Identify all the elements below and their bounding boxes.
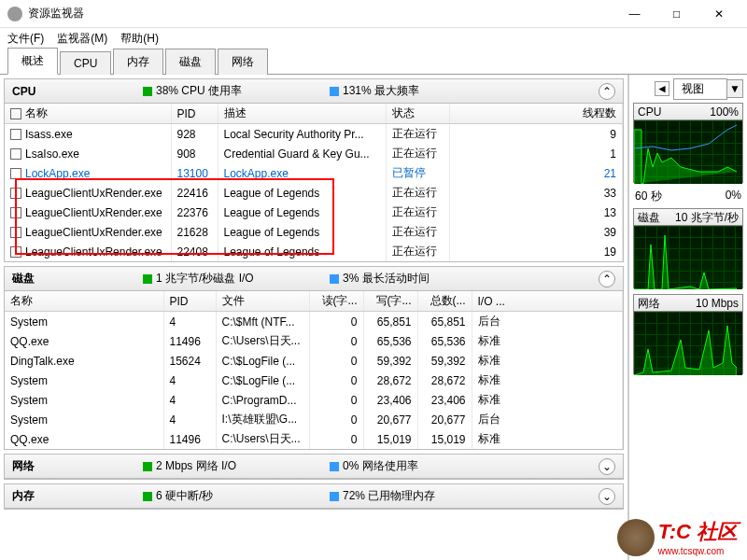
disk-graph: 磁盘10 兆字节/秒: [633, 208, 743, 288]
checkbox[interactable]: [10, 188, 21, 199]
cpu-section: CPU 38% CPU 使用率 131% 最大频率 ⌃ 名称 PID 描述 状态…: [4, 78, 624, 262]
close-button[interactable]: ✕: [698, 0, 740, 28]
minimize-button[interactable]: —: [613, 0, 655, 28]
disk-section: 磁盘 1 兆字节/秒磁盘 I/O 3% 最长活动时间 ⌃ 名称 PID 文件 读…: [4, 266, 624, 450]
right-panel: ◄ 视图 ▼ CPU100% 60 秒0% 磁盘10 兆字节/秒 网络10 Mb…: [629, 75, 747, 560]
left-panel: CPU 38% CPU 使用率 131% 最大频率 ⌃ 名称 PID 描述 状态…: [0, 75, 629, 560]
table-row[interactable]: LeagueClientUxRender.exe21628League of L…: [5, 222, 623, 242]
expand-icon[interactable]: ⌄: [599, 488, 615, 505]
disk-table: 名称 PID 文件 读(字... 写(字... 总数(... I/O ... S…: [5, 291, 623, 449]
table-row[interactable]: LeagueClientUxRender.exe22376League of L…: [5, 203, 623, 222]
checkbox[interactable]: [10, 246, 21, 258]
network-section: 网络 2 Mbps 网络 I/O 0% 网络使用率 ⌄: [4, 454, 624, 480]
menu-help[interactable]: 帮助(H): [120, 31, 159, 47]
window-title: 资源监视器: [28, 6, 613, 21]
table-row[interactable]: Isass.exe928Local Security Authority Pr.…: [5, 124, 623, 145]
menu-monitor[interactable]: 监视器(M): [57, 31, 107, 47]
tab-CPU[interactable]: CPU: [60, 51, 111, 75]
table-row[interactable]: DingTalk.exe15624C:\$LogFile (...059,392…: [5, 351, 623, 371]
collapse-icon[interactable]: ⌃: [599, 271, 615, 287]
table-row[interactable]: System4C:\$LogFile (...028,67228,672标准: [5, 371, 623, 390]
menu-bar: 文件(F) 监视器(M) 帮助(H): [0, 28, 747, 49]
table-row[interactable]: LockApp.exe13100LockApp.exe已暂停21: [5, 163, 623, 183]
col-name[interactable]: 名称: [5, 291, 163, 312]
app-icon: [7, 7, 22, 21]
tab-bar: 概述CPU内存磁盘网络: [0, 49, 747, 75]
section-title: 网络: [12, 458, 143, 474]
checkbox[interactable]: [10, 148, 21, 160]
collapse-icon[interactable]: ⌃: [599, 83, 615, 100]
dropdown-icon[interactable]: ▼: [726, 79, 743, 98]
col-io[interactable]: I/O ...: [472, 291, 623, 312]
col-read[interactable]: 读(字...: [309, 291, 363, 312]
table-row[interactable]: LeagueClientUxRender.exe22416League of L…: [5, 183, 623, 203]
section-title: 磁盘: [12, 271, 143, 287]
table-row[interactable]: QQ.exe11496C:\Users\日天...065,53665,536标准: [5, 331, 623, 351]
title-bar: 资源监视器 — □ ✕: [0, 0, 747, 28]
col-name[interactable]: 名称: [5, 104, 171, 124]
tab-概述[interactable]: 概述: [7, 48, 58, 75]
checkbox[interactable]: [10, 168, 21, 179]
network-graph: 网络10 Mbps: [633, 294, 743, 374]
col-total[interactable]: 总数(...: [417, 291, 472, 312]
watermark-icon: [617, 519, 655, 556]
table-row[interactable]: System4C:\$Mft (NTF...065,85165,851后台: [5, 312, 623, 332]
expand-icon[interactable]: ⌄: [599, 458, 615, 475]
col-pid[interactable]: PID: [163, 291, 216, 312]
checkbox[interactable]: [10, 129, 21, 140]
table-row[interactable]: QQ.exe11496C:\Users\日天...015,01915,019标准: [5, 429, 623, 449]
col-threads[interactable]: 线程数: [449, 104, 623, 124]
col-pid[interactable]: PID: [171, 104, 218, 124]
table-row[interactable]: System4I:\英雄联盟\G...020,67720,677后台: [5, 410, 623, 429]
menu-file[interactable]: 文件(F): [7, 31, 44, 47]
tab-网络[interactable]: 网络: [218, 49, 268, 75]
watermark: T:C 社区 www.tcsqw.com: [617, 518, 738, 556]
view-selector[interactable]: 视图: [673, 78, 727, 100]
cpu-graph: CPU100%: [633, 103, 743, 183]
cpu-table: 名称 PID 描述 状态 线程数 Isass.exe928Local Secur…: [5, 104, 623, 261]
table-row[interactable]: LsaIso.exe908Credential Guard & Key Gu..…: [5, 144, 623, 163]
checkbox[interactable]: [10, 227, 21, 238]
checkbox-all[interactable]: [10, 108, 21, 119]
tab-磁盘[interactable]: 磁盘: [165, 49, 216, 75]
table-row[interactable]: System4C:\ProgramD...023,40623,406标准: [5, 390, 623, 410]
maximize-button[interactable]: □: [655, 0, 698, 28]
section-title: 内存: [12, 488, 143, 504]
col-file[interactable]: 文件: [216, 291, 309, 312]
col-status[interactable]: 状态: [386, 104, 449, 124]
col-write[interactable]: 写(字...: [363, 291, 417, 312]
memory-section: 内存 6 硬中断/秒 72% 已用物理内存 ⌄: [4, 483, 624, 510]
prev-arrow-icon[interactable]: ◄: [655, 81, 669, 96]
col-desc[interactable]: 描述: [218, 104, 386, 124]
checkbox[interactable]: [10, 207, 21, 218]
section-title: CPU: [12, 85, 143, 98]
table-row[interactable]: LeagueClientUxRender.exe22408League of L…: [5, 242, 623, 261]
tab-内存[interactable]: 内存: [113, 49, 163, 75]
